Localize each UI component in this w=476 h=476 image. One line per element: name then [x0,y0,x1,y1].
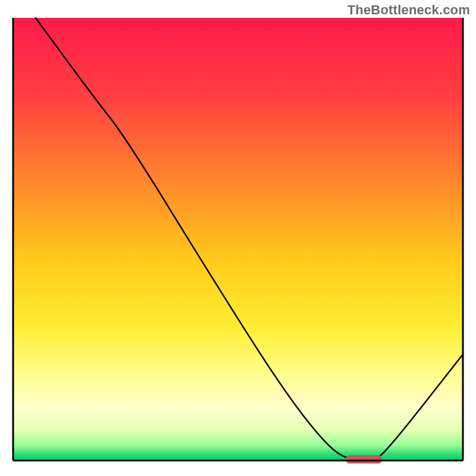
recommended-range-marker [346,455,381,464]
watermark-text: TheBottleneck.com [347,2,470,18]
chart-svg [0,0,476,476]
gradient-rect [13,18,463,461]
bottleneck-chart: TheBottleneck.com [0,0,476,476]
plot-area [13,18,463,464]
